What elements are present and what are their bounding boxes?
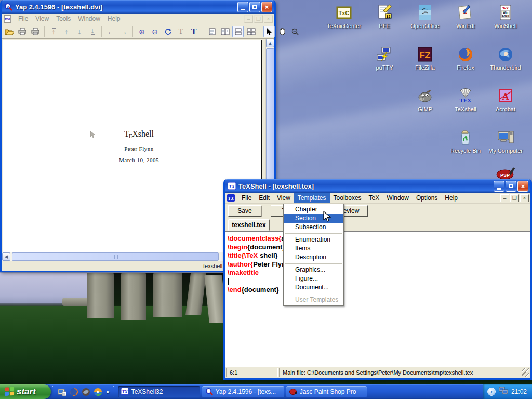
yap-menu-file[interactable]: File [15, 14, 32, 23]
texshell-menu-tex[interactable]: TeX [365, 193, 383, 203]
texshell-icon: TEX [456, 87, 475, 105]
pointer-tool-icon[interactable] [263, 26, 275, 37]
forward-icon[interactable]: → [118, 26, 129, 37]
previous-page-icon[interactable]: ↑ [61, 26, 72, 37]
open-file-icon[interactable] [4, 26, 15, 37]
desktop-icon-label: WinShell [486, 23, 525, 29]
save-button[interactable]: Save [228, 205, 261, 217]
menu-item-document[interactable]: Document... [284, 283, 343, 292]
start-button[interactable]: start [0, 384, 51, 399]
first-page-icon[interactable]: ↑ [48, 26, 59, 37]
svg-text:TX: TX [229, 184, 235, 189]
texshell-menu-options[interactable]: Options [413, 193, 441, 203]
desktop-icon-texshell[interactable]: TEX TeXshell [446, 87, 485, 112]
yap-titlebar[interactable]: D Yap 2.4.1596 - [texshell.dvi] × [2, 0, 274, 14]
desktop-icon-firefox[interactable]: Firefox [446, 46, 485, 71]
desktop-icon-openoffice[interactable]: OpenOffice [405, 4, 445, 29]
horizontal-scroll-thumb[interactable] [12, 252, 219, 261]
svg-text:DVI: DVI [5, 18, 10, 21]
texshell-menu-toolboxes[interactable]: Toolboxes [330, 193, 365, 203]
hand-tool-icon[interactable] [276, 26, 288, 37]
taskbar-separator [113, 386, 115, 397]
desktop-icon-texniccenter[interactable]: TxC TeXnicCenter [324, 4, 364, 29]
desktop-icon-winshell[interactable]: TeXWinShell WinShell [486, 4, 525, 29]
desktop-icon-thunderbird[interactable]: Thunderbird [486, 46, 525, 71]
media-player-quicklaunch-icon[interactable] [93, 387, 102, 396]
scroll-up-button[interactable]: ▲ [266, 39, 274, 47]
desktop-icon-acrobat[interactable]: A Acrobat [486, 87, 525, 112]
menu-item-figure[interactable]: Figure... [284, 274, 343, 283]
refresh-icon[interactable] [162, 26, 174, 37]
texshell-child-minimize-button[interactable]: – [500, 194, 509, 202]
single-page-view-icon[interactable] [206, 26, 218, 37]
tray-collapse-chevron[interactable]: ‹ [487, 388, 496, 396]
print-page-icon[interactable] [30, 26, 41, 37]
texshell-close-button[interactable]: × [517, 181, 528, 192]
zoom-out-icon[interactable]: ⊖ [149, 26, 161, 37]
desktop-icon-label: Acrobat [486, 106, 525, 112]
mouse-cursor [323, 211, 332, 225]
network-tray-icon[interactable] [499, 387, 508, 397]
yap-child-minimize-button[interactable]: – [244, 15, 253, 23]
svg-text:Shell: Shell [502, 14, 509, 17]
continuous-facing-view-icon[interactable] [245, 26, 257, 37]
menu-item-graphics[interactable]: Graphics... [284, 265, 343, 274]
menu-item-subsection[interactable]: Subsection [284, 223, 343, 232]
browser-quicklaunch-icon[interactable] [81, 387, 90, 396]
taskbar-task-texshell32[interactable]: TX TeXShell32 [118, 386, 200, 397]
text-mode-icon[interactable]: T [188, 26, 200, 37]
firefox-quicklaunch-icon[interactable] [69, 387, 78, 396]
texshell-child-close-button[interactable]: × [520, 194, 529, 202]
menu-item-section[interactable]: Section [284, 214, 343, 223]
show-desktop-icon[interactable] [57, 387, 66, 396]
next-page-icon[interactable]: ↓ [74, 26, 85, 37]
ruler-text-icon[interactable]: T [175, 26, 187, 37]
yap-menu-tools[interactable]: Tools [52, 14, 74, 23]
desktop-icon-paint-shop-pro-partial[interactable]: PSP [494, 166, 517, 179]
yap-child-restore-button[interactable]: ❒ [254, 15, 263, 23]
print-icon[interactable] [17, 26, 28, 37]
texshell-menu-file[interactable]: File [238, 193, 255, 203]
texshell-menu-edit[interactable]: Edit [255, 193, 273, 203]
yap-menu-view[interactable]: View [32, 14, 52, 23]
taskbar-task-yap[interactable]: Yap 2.4.1596 - [texs... [202, 386, 284, 397]
desktop-icon-my-computer[interactable]: My Computer [486, 129, 525, 154]
texshell-maximize-button[interactable] [506, 181, 516, 192]
last-page-icon[interactable]: ↓ [87, 26, 98, 37]
resize-grip[interactable] [522, 368, 529, 377]
yap-maximize-button[interactable] [249, 2, 260, 12]
yap-minimize-button[interactable] [237, 2, 248, 12]
texshell-menu-templates[interactable]: Templates [294, 193, 330, 203]
menu-item-chapter[interactable]: Chapter [284, 205, 343, 214]
vertical-scroll-thumb[interactable] [266, 48, 274, 199]
desktop-icon-recycle-bin[interactable]: Recycle Bin [446, 129, 485, 154]
texshell-menu-view[interactable]: View [273, 193, 294, 203]
quick-launch-overflow-chevron[interactable]: » [105, 388, 111, 395]
scroll-left-button[interactable]: ◀ [2, 252, 10, 261]
menu-item-description[interactable]: Description [284, 253, 343, 262]
tab-texshell-tex[interactable]: texshell.tex [228, 219, 270, 231]
editor-content[interactable]: \documentclass{article}\begin{document}\… [225, 231, 530, 367]
yap-menu-help[interactable]: Help [104, 14, 124, 23]
facing-pages-view-icon[interactable] [219, 26, 231, 37]
texshell-menu-window[interactable]: Window [383, 193, 413, 203]
texshell-child-restore-button[interactable]: ❒ [510, 194, 519, 202]
yap-child-close-button[interactable]: × [264, 15, 273, 23]
zoom-in-icon[interactable]: ⊕ [136, 26, 148, 37]
desktop-icon-gimp[interactable]: GIMP [405, 87, 445, 112]
back-icon[interactable]: ← [105, 26, 116, 37]
magnifier-tool-icon[interactable] [289, 26, 301, 37]
desktop-icon-pfe[interactable]: 32 PFE [365, 4, 404, 29]
yap-close-button[interactable]: × [261, 2, 272, 12]
taskbar-task-paint-shop-pro[interactable]: 8 Jasc Paint Shop Pro [286, 386, 367, 397]
texshell-menu-help[interactable]: Help [441, 193, 461, 203]
yap-menu-window[interactable]: Window [74, 14, 104, 23]
desktop-icon-winedt[interactable]: Σ WinEdt [446, 4, 485, 29]
menu-item-enumeration[interactable]: Enumeration [284, 235, 343, 244]
texshell-minimize-button[interactable] [494, 181, 504, 192]
texshell-titlebar[interactable]: TX TeXShell - [texshell.tex] × [225, 179, 530, 193]
desktop-icon-putty[interactable]: puTTY [365, 46, 404, 71]
menu-item-items[interactable]: Items [284, 244, 343, 253]
continuous-view-icon[interactable] [232, 26, 244, 37]
desktop-icon-filezilla[interactable]: FZ FileZilla [405, 46, 445, 71]
